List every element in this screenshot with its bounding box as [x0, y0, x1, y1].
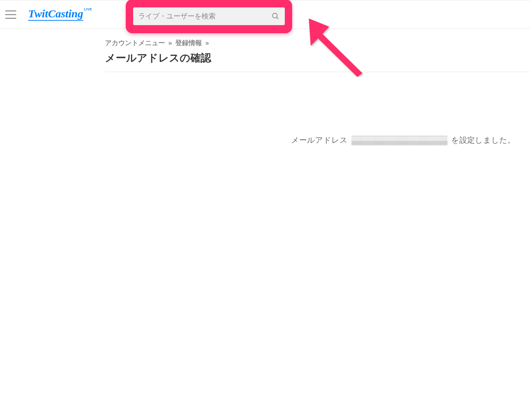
logo-text: TwitCasting [28, 8, 83, 21]
breadcrumb: アカウントメニュー » 登録情報 » [105, 38, 530, 47]
svg-line-1 [277, 17, 278, 19]
search-highlight-annotation [126, 0, 292, 33]
message-suffix: を設定しました。 [449, 136, 515, 144]
hamburger-line-icon [5, 10, 16, 11]
search-icon[interactable] [271, 12, 280, 20]
site-logo[interactable]: TwitCasting LIVE [28, 8, 91, 21]
breadcrumb-separator: » [204, 39, 210, 47]
breadcrumb-registration-info[interactable]: 登録情報 [175, 39, 202, 47]
hamburger-line-icon [5, 18, 16, 19]
menu-toggle-button[interactable] [5, 7, 19, 21]
hamburger-line-icon [5, 14, 16, 15]
search-input[interactable] [138, 12, 268, 20]
search-box[interactable] [133, 7, 285, 25]
message-prefix: メールアドレス [291, 136, 350, 144]
page-title: メールアドレスの確認 [105, 51, 530, 65]
redacted-email [351, 136, 448, 145]
header-bar: TwitCasting LIVE [0, 0, 530, 29]
breadcrumb-separator: » [167, 39, 173, 47]
svg-point-0 [273, 13, 277, 18]
breadcrumb-account-menu[interactable]: アカウントメニュー [105, 39, 165, 47]
logo-live-badge: LIVE [84, 7, 92, 11]
main-content: アカウントメニュー » 登録情報 » メールアドレスの確認 メールアドレス を設… [0, 29, 530, 145]
confirmation-message: メールアドレス を設定しました。 [105, 72, 530, 145]
